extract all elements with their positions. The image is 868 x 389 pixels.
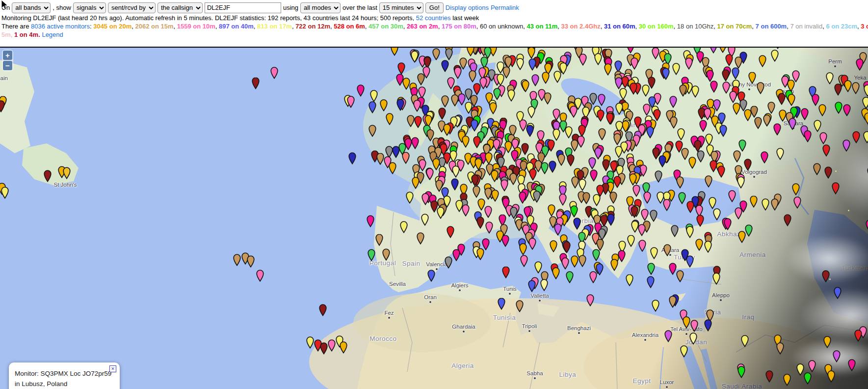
map-marker-pin[interactable] (833, 350, 841, 362)
map-marker-pin[interactable] (452, 166, 460, 178)
map-marker-pin[interactable] (527, 106, 535, 118)
map-marker-pin[interactable] (375, 234, 383, 246)
map-marker-pin[interactable] (842, 139, 850, 152)
map-marker-pin[interactable] (686, 226, 694, 238)
period-select[interactable]: 15 minutes (379, 2, 423, 13)
map-marker-pin[interactable] (0, 100, 5, 112)
signals-select[interactable]: signals (73, 2, 106, 13)
map-marker-pin[interactable] (469, 70, 476, 83)
map-marker-pin[interactable] (863, 131, 868, 143)
map-canvas[interactable]: lainSt John'sBelarusNizhny NovgorodKazan… (0, 47, 868, 389)
map-marker-pin[interactable] (63, 167, 71, 179)
map-marker-pin[interactable] (719, 125, 727, 137)
map-marker-pin[interactable] (658, 155, 666, 167)
map-marker-pin[interactable] (834, 83, 842, 96)
map-marker-pin[interactable] (489, 102, 497, 114)
map-marker-pin[interactable] (522, 80, 529, 92)
map-marker-pin[interactable] (823, 336, 831, 348)
countries-week-link[interactable]: 52 countries (416, 14, 451, 22)
map-marker-pin[interactable] (452, 249, 460, 261)
map-marker-pin[interactable] (247, 255, 255, 268)
map-marker-pin[interactable] (804, 130, 812, 142)
map-marker-pin[interactable] (270, 67, 278, 79)
map-marker-pin[interactable] (773, 123, 781, 136)
map-marker-pin[interactable] (597, 110, 605, 122)
map-marker-pin[interactable] (582, 192, 590, 204)
map-marker-pin[interactable] (328, 339, 336, 352)
map-marker-pin[interactable] (598, 94, 605, 106)
map-marker-pin[interactable] (571, 176, 579, 189)
map-marker-pin[interactable] (744, 109, 752, 121)
map-marker-pin[interactable] (432, 48, 440, 60)
map-marker-pin[interactable] (411, 137, 419, 149)
map-marker-pin[interactable] (566, 271, 574, 283)
map-marker-pin[interactable] (414, 116, 422, 128)
map-marker-pin[interactable] (712, 273, 720, 285)
map-marker-pin[interactable] (497, 74, 504, 86)
map-marker-pin[interactable] (473, 186, 480, 198)
map-marker-pin[interactable] (485, 152, 493, 165)
map-marker-pin[interactable] (561, 257, 569, 270)
map-marker-pin[interactable] (822, 270, 830, 282)
map-marker-pin[interactable] (630, 83, 637, 95)
map-marker-pin[interactable] (669, 296, 677, 308)
map-marker-pin[interactable] (306, 336, 314, 349)
map-marker-pin[interactable] (441, 95, 449, 108)
map-marker-pin[interactable] (737, 366, 745, 378)
map-marker-pin[interactable] (638, 224, 646, 236)
map-marker-pin[interactable] (632, 185, 640, 197)
map-marker-pin[interactable] (570, 106, 578, 118)
map-marker-pin[interactable] (391, 47, 398, 56)
map-marker-pin[interactable] (704, 241, 712, 253)
map-marker-pin[interactable] (750, 195, 758, 208)
map-marker-pin[interactable] (590, 169, 598, 182)
map-marker-pin[interactable] (689, 333, 697, 345)
map-marker-pin[interactable] (771, 198, 779, 211)
map-marker-pin[interactable] (650, 247, 658, 259)
map-marker-pin[interactable] (642, 84, 650, 97)
map-marker-pin[interactable] (680, 345, 688, 358)
map-marker-pin[interactable] (705, 175, 712, 188)
map-marker-pin[interactable] (719, 47, 727, 53)
map-marker-pin[interactable] (544, 92, 552, 105)
map-marker-pin[interactable] (598, 128, 606, 140)
map-marker-pin[interactable] (549, 161, 556, 173)
map-marker-pin[interactable] (778, 93, 786, 105)
map-marker-pin[interactable] (762, 198, 769, 211)
map-marker-pin[interactable] (392, 146, 400, 158)
map-marker-pin[interactable] (717, 166, 725, 178)
map-marker-pin[interactable] (382, 249, 390, 261)
map-marker-pin[interactable] (627, 235, 635, 247)
map-marker-pin[interactable] (615, 103, 623, 115)
map-marker-pin[interactable] (426, 168, 434, 180)
map-marker-pin[interactable] (454, 67, 462, 79)
map-marker-pin[interactable] (818, 104, 826, 116)
infowindow-close-icon[interactable]: ✕ (109, 365, 116, 372)
map-marker-pin[interactable] (445, 48, 453, 60)
map-marker-pin[interactable] (519, 192, 526, 204)
map-marker-pin[interactable] (319, 304, 327, 316)
map-marker-pin[interactable] (602, 159, 610, 171)
map-marker-pin[interactable] (579, 255, 586, 267)
map-marker-pin[interactable] (427, 270, 435, 282)
map-marker-pin[interactable] (400, 221, 408, 233)
map-marker-pin[interactable] (669, 263, 677, 275)
map-marker-pin[interactable] (691, 85, 699, 98)
map-marker-pin[interactable] (792, 183, 800, 195)
band-select[interactable]: all bands (12, 2, 51, 13)
map-marker-pin[interactable] (732, 67, 739, 80)
map-marker-pin[interactable] (607, 214, 615, 226)
map-marker-pin[interactable] (451, 94, 459, 107)
map-marker-pin[interactable] (445, 256, 452, 269)
permalink-link[interactable]: Permalink (491, 4, 519, 11)
map-marker-pin[interactable] (631, 206, 638, 218)
map-marker-pin[interactable] (737, 176, 745, 189)
map-marker-pin[interactable] (852, 131, 860, 143)
map-marker-pin[interactable] (696, 215, 704, 227)
map-marker-pin[interactable] (848, 359, 856, 371)
map-marker-pin[interactable] (438, 108, 446, 120)
map-marker-pin[interactable] (647, 276, 655, 288)
map-marker-pin[interactable] (763, 114, 771, 127)
map-marker-pin[interactable] (507, 89, 515, 102)
map-marker-pin[interactable] (593, 194, 601, 206)
